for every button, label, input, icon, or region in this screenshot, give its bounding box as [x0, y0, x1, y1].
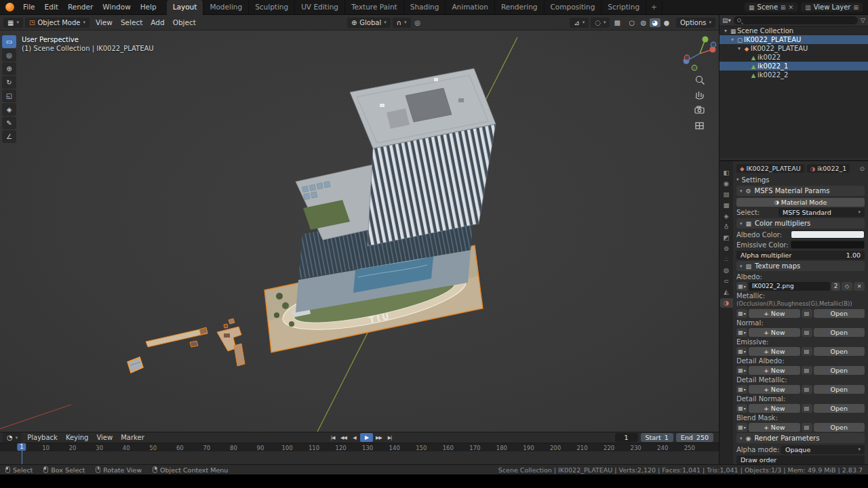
editor-type-selector[interactable]: ▦▾ — [3, 18, 23, 28]
workspace-tab-sculpting[interactable]: Sculpting — [249, 0, 295, 15]
viewport-3d[interactable]: TIU — [0, 30, 719, 432]
workspace-tab-texture-paint[interactable]: Texture Paint — [345, 0, 404, 15]
viewport-menu-object[interactable]: Object — [169, 18, 200, 26]
properties-tab-output[interactable]: ▤ — [720, 190, 733, 199]
shading-solid-icon[interactable]: ◍ — [638, 18, 649, 27]
properties-tab-world[interactable]: ♁ — [720, 222, 733, 232]
outliner-editor-type[interactable]: ▤▾ — [722, 17, 731, 24]
outliner-row-scene-collection[interactable]: ▾▦Scene Collection — [719, 26, 868, 35]
proportional-editing-toggle[interactable]: ◎ — [413, 18, 423, 27]
tool-cursor[interactable]: ◎ — [2, 49, 16, 62]
alpha-multiplier-slider[interactable]: Alpha multiplier 1.00 — [736, 251, 865, 260]
render-params-panel-header[interactable]: ▾◉Render Parameters — [736, 433, 865, 443]
open-texture-button[interactable]: Open — [814, 385, 865, 394]
open-folder-icon[interactable]: ▤ — [802, 366, 812, 375]
tool-annotate[interactable]: ✎ — [2, 117, 16, 129]
mode-selector[interactable]: ◳Object Mode▾ — [25, 18, 90, 28]
open-texture-button[interactable]: Open — [814, 423, 865, 432]
view-layer-selector[interactable]: ▥ View Layer ⊞ — [801, 3, 863, 12]
tool-move[interactable]: ⊕ — [2, 62, 16, 75]
outliner-row-ik0022-plateau[interactable]: ▾◆IK0022_PLATEAU — [719, 44, 868, 53]
prev-keyframe-button[interactable]: ◀◀ — [338, 433, 349, 442]
outliner-row-ik0022[interactable]: ▲ik0022 — [719, 53, 868, 62]
start-frame-field[interactable]: Start1 — [641, 433, 673, 442]
properties-tab-physics[interactable]: ◍ — [720, 266, 733, 275]
workspace-tab-uv-editing[interactable]: UV Editing — [295, 0, 345, 15]
next-keyframe-button[interactable]: ▶▶ — [374, 433, 384, 442]
albedo-texture-name-field[interactable]: IK0022_2.png — [749, 282, 830, 291]
outliner-row-ik0022-plateau[interactable]: ▾▢IK0022_PLATEAU — [719, 35, 868, 44]
properties-tab-render[interactable]: ◉ — [720, 179, 733, 188]
open-folder-icon[interactable]: ▤ — [802, 328, 812, 337]
texture-browse-icon[interactable]: ▦▾ — [736, 366, 747, 375]
options-menu[interactable]: Options▾ — [676, 18, 715, 28]
properties-tab-material[interactable]: ◑ — [720, 298, 733, 308]
unlink-texture-icon[interactable]: ✕ — [854, 282, 865, 291]
viewport-menu-add[interactable]: Add — [146, 18, 168, 26]
workspace-tab-modeling[interactable]: Modeling — [203, 0, 249, 15]
new-texture-button[interactable]: +New — [749, 309, 800, 318]
outliner-row-ik0022-1[interactable]: ▲ik0022_1 — [719, 62, 868, 70]
new-scene-icon[interactable]: ⊞ — [781, 4, 786, 11]
properties-tab-scene[interactable]: ◈ — [720, 211, 733, 221]
open-folder-icon[interactable]: ▤ — [802, 423, 812, 432]
pin-icon[interactable]: ⊙ — [859, 165, 865, 172]
menu-file[interactable]: File — [18, 0, 40, 14]
viewport-menu-select[interactable]: Select — [117, 18, 146, 26]
texture-browse-icon[interactable]: ▦▾ — [736, 347, 747, 356]
current-frame-field[interactable]: 1 — [615, 433, 638, 442]
outliner-search-input[interactable] — [734, 16, 858, 24]
properties-tab-object-data[interactable]: ◭ — [720, 287, 733, 297]
breadcrumb-object[interactable]: ◆IK0022_PLATEAU — [736, 164, 804, 173]
open-texture-button[interactable]: Open — [814, 366, 865, 375]
workspace-tab-layout[interactable]: Layout — [167, 0, 204, 15]
properties-tab-constraints[interactable]: ⊂ — [720, 277, 733, 286]
open-texture-button[interactable]: Open — [814, 347, 865, 356]
texture-users-badge[interactable]: 2 — [831, 282, 840, 291]
outliner-filter-icon[interactable]: ▽ — [861, 17, 865, 24]
open-texture-button[interactable]: Open — [814, 309, 865, 318]
expand-caret-icon[interactable]: ▾ — [722, 28, 729, 34]
gizmo-y-neg[interactable] — [692, 65, 697, 70]
zoom-view-icon[interactable] — [696, 77, 705, 85]
expand-caret-icon[interactable]: ▾ — [736, 45, 743, 52]
gizmo-x-neg[interactable] — [684, 55, 690, 60]
workspace-tab-rendering[interactable]: Rendering — [495, 0, 545, 15]
tool-rotate[interactable]: ↻ — [2, 76, 16, 89]
blender-logo-icon[interactable] — [5, 3, 14, 12]
texture-browse-icon[interactable]: ▦▾ — [736, 385, 747, 394]
show-gizmo-toggle[interactable]: ⊿▾ — [570, 18, 589, 28]
play-reverse-button[interactable]: ◀ — [349, 433, 359, 442]
new-texture-button[interactable]: +New — [749, 347, 800, 356]
timeline-editor-type[interactable]: ◔▾ — [3, 432, 22, 443]
timeline-ruler[interactable]: 1020304050607080901001101201301401501601… — [0, 443, 719, 452]
new-view-layer-icon[interactable]: ⊞ — [853, 4, 859, 11]
shading-rendered-icon[interactable]: ● — [661, 18, 672, 27]
shading-material-preview-icon[interactable]: ◕ — [650, 18, 660, 27]
open-texture-button[interactable]: Open — [814, 328, 865, 337]
material-type-dropdown[interactable]: MSFS Standard▾ — [778, 208, 865, 217]
transform-orientation-selector[interactable]: ⊕Global▾ — [347, 18, 391, 28]
new-texture-button[interactable]: +New — [749, 404, 800, 413]
workspace-tab-compositing[interactable]: Compositing — [545, 0, 602, 15]
breadcrumb-material[interactable]: ◑ik0022_1 — [807, 164, 850, 173]
outliner-row-ik0022-2[interactable]: ▲ik0022_2 — [719, 70, 868, 79]
fake-user-icon[interactable]: ◇ — [842, 282, 852, 291]
properties-tab-particles[interactable]: ∴ — [720, 255, 733, 264]
timeline-menu-keying[interactable]: Keying — [62, 434, 93, 441]
workspace-add-button[interactable]: + — [646, 0, 663, 15]
debris-objects[interactable] — [127, 319, 245, 373]
msfs-params-panel-header[interactable]: ▾⚙MSFS Material Params — [736, 186, 865, 196]
timeline-menu-marker[interactable]: Marker — [117, 434, 149, 441]
open-folder-icon[interactable]: ▤ — [802, 309, 812, 318]
tool-scale[interactable]: ◱ — [2, 89, 16, 102]
building-model[interactable] — [296, 68, 496, 312]
texture-browse-icon[interactable]: ▦▾ — [736, 328, 747, 337]
open-texture-button[interactable]: Open — [814, 404, 865, 413]
draw-order-slider[interactable]: Draw order — [736, 455, 865, 464]
menu-window[interactable]: Window — [98, 0, 135, 14]
snapping-toggle[interactable]: ∩▾ — [393, 18, 411, 28]
texture-browse-icon[interactable]: ▦▾ — [736, 309, 747, 318]
perspective-toggle-icon[interactable] — [696, 123, 703, 129]
play-button[interactable]: ▶ — [360, 433, 373, 442]
